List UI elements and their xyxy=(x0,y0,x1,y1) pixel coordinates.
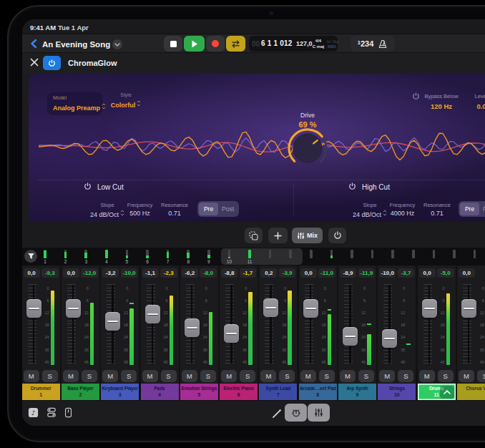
peak-db-value[interactable]: -8,0 xyxy=(200,268,217,278)
mute-button[interactable]: M xyxy=(300,370,316,382)
mute-button[interactable]: M xyxy=(340,370,356,382)
mute-button[interactable]: M xyxy=(142,370,158,382)
style-selector[interactable]: Style Colorful xyxy=(103,92,149,115)
peak-db-value[interactable]: -12,0 xyxy=(81,268,98,278)
lowcut-freq-value[interactable]: 500 Hz xyxy=(120,210,160,217)
fader-db-value[interactable]: 0,0 xyxy=(300,268,317,278)
fader-handle[interactable] xyxy=(185,318,200,337)
mute-button[interactable]: M xyxy=(24,370,39,382)
back-icon[interactable] xyxy=(29,39,38,49)
fader-handle[interactable] xyxy=(343,327,358,346)
fader-handle[interactable] xyxy=(145,305,160,323)
bypass-value[interactable]: 120 Hz xyxy=(416,102,466,110)
solo-button[interactable]: S xyxy=(240,370,255,382)
mix-button[interactable]: Mix xyxy=(292,228,323,243)
highcut-res-value[interactable]: 0.71 xyxy=(418,210,456,217)
solo-button[interactable]: S xyxy=(477,370,485,382)
fader-db-value[interactable]: -1,1 xyxy=(142,268,159,278)
track-label[interactable]: Emotion Strings5 xyxy=(180,384,218,400)
track-label[interactable]: Synth Lead7 xyxy=(259,384,297,400)
lowcut-res-value[interactable]: 0.71 xyxy=(156,210,193,217)
solo-button[interactable]: S xyxy=(398,370,413,382)
add-track-button[interactable] xyxy=(268,228,288,243)
track-label[interactable]: Pads4 xyxy=(141,384,179,400)
fader-db-value[interactable]: -3,2 xyxy=(102,268,119,278)
track-label[interactable]: Arcade…eet Pad8 xyxy=(299,384,337,400)
solo-button[interactable]: S xyxy=(438,370,454,382)
cycle-button[interactable] xyxy=(226,36,245,52)
mute-button[interactable]: M xyxy=(63,370,79,382)
fader-handle[interactable] xyxy=(263,298,278,317)
highcut-prepost-toggle[interactable]: Pre Post xyxy=(459,201,485,217)
highcut-freq-value[interactable]: 4000 Hz xyxy=(383,210,422,217)
peak-db-value[interactable]: -11,9 xyxy=(358,268,376,278)
pre-option[interactable]: Pre xyxy=(460,203,479,215)
track-label[interactable]: Strings10 xyxy=(378,384,416,400)
highcut-power-icon[interactable] xyxy=(348,182,356,190)
song-menu-button[interactable] xyxy=(112,39,122,49)
fader-db-value[interactable]: -6,2 xyxy=(182,268,198,278)
track-label[interactable]: Chorus V xyxy=(457,384,485,400)
collapse-button[interactable] xyxy=(440,386,454,399)
fader-handle[interactable] xyxy=(66,299,81,318)
fader-db-value[interactable]: -8,8 xyxy=(221,268,237,278)
track-label[interactable]: Electric Piano6 xyxy=(220,384,258,400)
plugins-button[interactable] xyxy=(46,407,57,421)
mute-button[interactable]: M xyxy=(459,370,474,382)
fader-handle[interactable] xyxy=(105,312,120,331)
mute-button[interactable]: M xyxy=(379,370,395,382)
mixer-view-button[interactable] xyxy=(308,404,330,422)
peak-db-value[interactable]: -2,3 xyxy=(160,268,177,278)
fader-db-value[interactable]: -10,0 xyxy=(379,268,396,278)
mixer-power-button[interactable] xyxy=(328,228,346,243)
model-selector[interactable]: Model Analog Preamp xyxy=(47,92,102,115)
plugin-power-button[interactable] xyxy=(43,56,61,70)
count-in-button[interactable]: 1234 xyxy=(358,39,374,48)
loop-browser-button[interactable]: ♪ xyxy=(28,407,39,421)
solo-button[interactable]: S xyxy=(200,370,216,382)
mute-button[interactable]: M xyxy=(182,370,197,382)
pre-option[interactable]: Pre xyxy=(199,203,218,215)
fader-handle[interactable] xyxy=(303,299,318,318)
fader-handle[interactable] xyxy=(224,324,239,343)
solo-button[interactable]: S xyxy=(42,370,58,382)
drive-knob[interactable] xyxy=(285,126,330,170)
level-value[interactable]: 0.0 xyxy=(464,102,485,110)
peak-db-value[interactable]: -11,0 xyxy=(318,268,335,278)
filter-button[interactable] xyxy=(24,250,37,263)
record-button[interactable] xyxy=(206,36,225,52)
peak-db-value[interactable]: -10,0 xyxy=(121,268,138,278)
mute-button[interactable]: M xyxy=(419,370,435,382)
count-in-group[interactable]: 1234 xyxy=(351,36,395,52)
controls-view-button[interactable] xyxy=(285,404,307,422)
peak-db-value[interactable]: -3,9 xyxy=(279,268,296,278)
mute-button[interactable]: M xyxy=(221,370,237,382)
fader-handle[interactable] xyxy=(422,299,437,318)
lowcut-prepost-toggle[interactable]: Pre Post xyxy=(197,201,239,217)
fader-db-value[interactable]: 0,0 xyxy=(419,268,436,278)
fader-db-value[interactable]: 0,0 xyxy=(459,268,475,278)
mute-button[interactable]: M xyxy=(102,370,118,382)
close-icon[interactable] xyxy=(29,57,39,67)
peak-db-value[interactable]: -5,0 xyxy=(437,268,454,278)
mute-button[interactable]: M xyxy=(260,370,276,382)
track-overview-strip[interactable]: 1234567891011 xyxy=(22,248,485,266)
controller-button[interactable] xyxy=(64,407,72,421)
track-label[interactable]: Keyboard Player3 xyxy=(101,384,139,400)
solo-button[interactable]: S xyxy=(82,370,97,382)
post-option[interactable]: Post xyxy=(218,203,237,215)
post-option[interactable]: Post xyxy=(479,203,485,215)
track-label[interactable]: Bass Player2 xyxy=(62,384,99,400)
track-label[interactable]: Arp Synth9 xyxy=(338,384,376,400)
song-title[interactable]: An Evening Song xyxy=(42,40,110,49)
solo-button[interactable]: S xyxy=(358,370,374,382)
stop-button[interactable] xyxy=(164,36,182,52)
lowcut-power-icon[interactable] xyxy=(84,182,92,190)
fader-handle[interactable] xyxy=(461,299,476,318)
duplicate-button[interactable] xyxy=(245,228,263,243)
solo-button[interactable]: S xyxy=(161,370,177,382)
fader-handle[interactable] xyxy=(382,329,397,348)
fader-handle[interactable] xyxy=(26,299,41,318)
solo-button[interactable]: S xyxy=(121,370,137,382)
lcd-display[interactable]: 00 6 1 1 012 127,0 4/4 C maj In: Out MID… xyxy=(249,36,338,52)
